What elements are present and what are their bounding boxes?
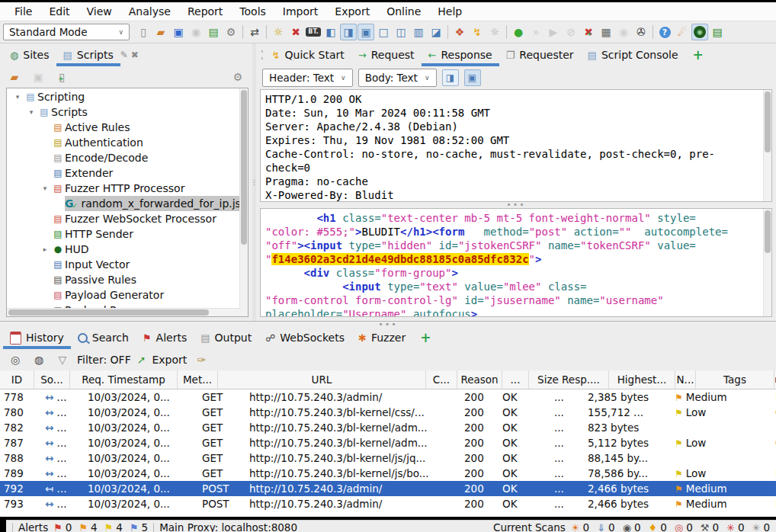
column-header-sizeresp[interactable]: Size Resp.... — [529, 370, 609, 389]
body-view-select[interactable]: Body: Text ∨ — [358, 69, 437, 87]
response-splitter[interactable]: ••• — [256, 202, 776, 208]
tab-output[interactable]: ▤Output — [194, 326, 258, 349]
step-button[interactable]: » — [527, 24, 544, 40]
menu-view[interactable]: View — [79, 4, 120, 19]
fuzzer-panel-button[interactable]: ▦ — [598, 24, 614, 40]
tab-search[interactable]: Search — [71, 326, 136, 349]
new-script-button[interactable]: ▯+ — [53, 69, 70, 85]
column-header-url[interactable]: URL — [218, 370, 426, 389]
notebook-button[interactable]: ▤ — [709, 24, 726, 40]
response-body-pane[interactable]: <h1 class="text-center mb-5 mt-5 font-we… — [260, 208, 772, 317]
break-tab-button[interactable]: BT. — [305, 24, 322, 40]
tree-node-scripting[interactable]: ▾▤Scripting — [7, 89, 240, 104]
tree-node-scripts[interactable]: ▾▤Scripts — [7, 104, 240, 120]
tab-history[interactable]: History — [3, 326, 71, 349]
tree-node-http-sender[interactable]: ▤HTTP Sender — [7, 226, 240, 242]
tree-node-active-rules[interactable]: ▤Active Rules — [7, 120, 240, 135]
scripts-tree[interactable]: ▾▤Scripting▾▤Scripts▤Active Rules▤Authen… — [6, 88, 249, 317]
tab-scroll-right-icon[interactable]: › — [261, 55, 264, 62]
record-button[interactable]: ● — [510, 24, 527, 40]
tree-node-extender[interactable]: ▤Extender — [7, 165, 240, 181]
session-properties-button[interactable]: ☼ — [270, 24, 287, 40]
layout-grid-button[interactable]: ▥ — [410, 24, 427, 40]
menu-report[interactable]: Report — [179, 4, 231, 19]
column-header-c[interactable]: C... — [426, 370, 457, 389]
snapshot-session-button[interactable]: ◉ — [188, 24, 204, 40]
layout-top-button[interactable]: ◨ — [340, 24, 357, 40]
continue-button[interactable]: ▶ — [545, 24, 562, 40]
tab-requester[interactable]: ❐Requester — [499, 43, 581, 66]
tree-node-input-vector[interactable]: ▤Input Vector — [7, 257, 240, 272]
menu-export[interactable]: Export — [326, 4, 378, 19]
combined-view-button[interactable]: ▣ — [464, 69, 481, 86]
close-icon[interactable]: ✖ — [131, 50, 139, 60]
new-session-button[interactable]: ▯ — [135, 24, 152, 40]
history-row-780[interactable]: 780↔ ...10/03/2024, 0...GEThttp://10.75.… — [0, 405, 776, 420]
broom-button[interactable]: ✑ — [193, 351, 210, 368]
tree-vertical-scrollbar[interactable] — [239, 88, 248, 316]
column-header-reason[interactable]: Reason — [457, 370, 502, 389]
save-script-button[interactable]: ▣ — [30, 69, 46, 85]
scan-count[interactable]: ♦0 — [649, 521, 667, 532]
close-window-button[interactable]: ✖ — [287, 24, 304, 40]
chevron-collapsed-icon[interactable]: ▸ — [39, 245, 51, 253]
hud-toggle-button[interactable]: ◉ — [691, 24, 708, 40]
tree-node-authentication[interactable]: ▤Authentication — [7, 135, 240, 150]
firefox-browser-button[interactable]: ☄ — [674, 24, 691, 40]
scan-count[interactable]: ◉0 — [623, 521, 641, 532]
hints-lightbulb-button[interactable]: ☼ — [486, 24, 503, 40]
layout-single-button[interactable]: ▣ — [358, 24, 374, 40]
tab-fuzzer[interactable]: ✱Fuzzer — [351, 326, 412, 349]
tab-sites[interactable]: ◍Sites — [3, 43, 56, 66]
scan-count[interactable]: ◎0 — [675, 521, 693, 532]
tree-node-random-x-forwarded-for-ip-js[interactable]: G✓ random_x_forwarded_for_ip.js — [7, 196, 240, 211]
add-tab-button[interactable]: + — [412, 326, 438, 349]
tab-quick-start[interactable]: ↯Quick Start — [265, 43, 351, 66]
menu-online[interactable]: Online — [378, 4, 429, 19]
tree-horizontal-scrollbar[interactable] — [7, 308, 240, 316]
tree-node-passive-rules[interactable]: ▤Passive Rules — [7, 272, 240, 287]
history-row-789[interactable]: 789↔ ...10/03/2024, 0...GEThttp://10.75.… — [0, 466, 776, 481]
menu-import[interactable]: Import — [274, 4, 326, 19]
menu-tools[interactable]: Tools — [231, 4, 274, 19]
tab-scripts[interactable]: ▤Scripts — [56, 43, 120, 66]
contexts-button[interactable]: ❖ — [451, 24, 468, 40]
column-header-tags[interactable]: Tags — [696, 370, 774, 389]
tab-request[interactable]: →Request — [351, 43, 422, 66]
stop-button[interactable]: ⊘ — [563, 24, 579, 40]
layout-maximised-button[interactable]: □ — [375, 24, 392, 40]
globe-dark-button[interactable]: ◍ — [30, 351, 47, 368]
tab-response[interactable]: ←Response — [422, 43, 499, 66]
tree-node-hud[interactable]: ▸●HUD — [7, 242, 240, 257]
tree-node-payload-generator[interactable]: ▤Payload Generator — [7, 287, 240, 303]
menu-file[interactable]: File — [6, 4, 40, 19]
tab-script-console[interactable]: ▤Script Console — [581, 43, 685, 66]
menu-help[interactable]: Help — [429, 4, 470, 19]
scan-count[interactable]: ✳0 — [752, 521, 771, 532]
split-view-button[interactable]: ◨ — [442, 69, 459, 86]
alert-flag-count[interactable]: ⚑0 — [53, 521, 72, 532]
layout-left-button[interactable]: ◧ — [322, 24, 339, 40]
column-header-[interactable]: ... — [502, 370, 529, 389]
column-header-id[interactable]: ID — [0, 370, 34, 389]
scan-count[interactable]: ✳0 — [726, 521, 745, 532]
column-header-so[interactable]: So... — [34, 370, 70, 389]
camera-lock-button[interactable]: ◉ — [615, 24, 632, 40]
options-gear-button[interactable]: ⚙ — [223, 24, 239, 40]
response-header-pane[interactable]: HTTP/1.0 200 OK Date: Sun, 10 Mar 2024 0… — [260, 89, 772, 202]
cassette-button[interactable]: ✇ — [633, 24, 649, 40]
history-row-792[interactable]: 792↤ ...10/03/2024, 0...POSThttp://10.75… — [0, 481, 776, 496]
alerts-label[interactable]: Alerts — [18, 521, 48, 532]
history-row-778[interactable]: 778↔ ...10/03/2024, 0...GEThttp://10.75.… — [0, 389, 776, 405]
target-scope-button[interactable]: ◎ — [7, 351, 24, 368]
scan-count[interactable]: ⇓0 — [597, 521, 615, 532]
header-view-select[interactable]: Header: Text ∨ — [262, 69, 353, 87]
tree-node-encode-decode[interactable]: ▤Encode/Decode — [7, 150, 240, 165]
menu-edit[interactable]: Edit — [40, 4, 78, 19]
column-header-n[interactable]: N... — [675, 370, 696, 389]
layout-bottom-button[interactable]: ◪ — [428, 24, 444, 40]
alert-flag-count[interactable]: ⚑5 — [130, 521, 148, 532]
scan-count[interactable]: ☀0 — [571, 521, 589, 532]
help-button[interactable]: ? — [656, 24, 673, 40]
header-scrollbar[interactable] — [763, 90, 771, 201]
